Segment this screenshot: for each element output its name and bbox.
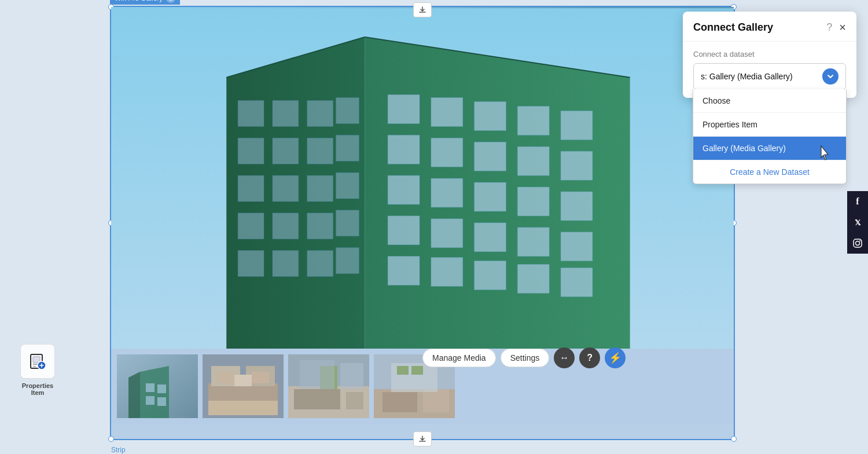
- svg-rect-32: [238, 138, 264, 164]
- svg-rect-5: [475, 102, 506, 131]
- social-icons: f 𝕏: [847, 191, 868, 254]
- svg-rect-9: [431, 138, 463, 167]
- panel-close-icon[interactable]: ×: [839, 21, 846, 34]
- svg-rect-15: [475, 182, 506, 211]
- svg-rect-27: [561, 268, 593, 297]
- svg-rect-37: [273, 175, 299, 202]
- svg-rect-10: [475, 142, 506, 171]
- dropdown-item-properties[interactable]: Properties Item: [693, 113, 846, 136]
- connect-dataset-label: Connect a dataset: [693, 50, 846, 58]
- left-panel: Properties Item: [17, 344, 58, 396]
- svg-rect-64: [208, 401, 278, 415]
- svg-rect-41: [273, 213, 299, 239]
- svg-rect-63: [234, 375, 252, 386]
- arrow-icon-button[interactable]: ↔: [554, 347, 575, 368]
- svg-rect-19: [431, 219, 463, 248]
- svg-rect-28: [238, 101, 264, 127]
- svg-rect-78: [411, 366, 423, 375]
- dropdown-item-choose[interactable]: Choose: [693, 89, 846, 112]
- svg-rect-62: [252, 372, 269, 383]
- svg-rect-40: [238, 213, 264, 239]
- svg-rect-3: [388, 95, 420, 124]
- gallery-close-button[interactable]: 2: [166, 0, 175, 3]
- svg-point-86: [859, 240, 860, 241]
- twitter-icon[interactable]: 𝕏: [847, 212, 868, 233]
- gallery-toolbar: Manage Media Settings ↔ ? ⚡: [422, 347, 626, 368]
- facebook-icon[interactable]: f: [847, 191, 868, 212]
- connect-gallery-panel: Connect Gallery ? × Connect a dataset s:…: [683, 12, 856, 98]
- main-gallery-image: [111, 7, 734, 349]
- svg-rect-53: [146, 383, 155, 392]
- svg-rect-77: [397, 366, 409, 375]
- svg-rect-81: [33, 364, 38, 365]
- svg-rect-21: [517, 228, 549, 257]
- dropdown-menu: Choose Properties Item Gallery (Media Ga…: [693, 89, 847, 184]
- download-bottom-button[interactable]: [413, 431, 432, 446]
- svg-rect-36: [238, 175, 264, 202]
- panel-header-icons: ? ×: [826, 21, 846, 34]
- svg-rect-70: [300, 360, 334, 389]
- panel-help-icon[interactable]: ?: [826, 21, 832, 34]
- chevron-down-icon[interactable]: [822, 68, 838, 85]
- svg-rect-42: [307, 213, 333, 239]
- arrow-icon: ↔: [560, 353, 569, 363]
- panel-header: Connect Gallery ? ×: [683, 12, 856, 42]
- thumb-1[interactable]: [117, 354, 198, 418]
- download-top-button[interactable]: [413, 2, 432, 17]
- connect-icon-button[interactable]: ⚡: [605, 347, 626, 368]
- svg-rect-55: [146, 396, 155, 405]
- svg-rect-4: [431, 98, 463, 127]
- svg-rect-56: [157, 397, 166, 406]
- svg-rect-61: [217, 372, 234, 383]
- gallery-label-text: Wix Pro Gallery: [115, 0, 163, 2]
- svg-rect-33: [273, 138, 299, 164]
- svg-rect-14: [431, 178, 463, 207]
- svg-rect-7: [561, 111, 593, 140]
- svg-rect-47: [336, 248, 359, 274]
- svg-rect-35: [336, 135, 359, 161]
- svg-rect-68: [346, 392, 363, 409]
- settings-button[interactable]: Settings: [501, 349, 550, 367]
- svg-rect-67: [294, 389, 340, 409]
- properties-item-icon[interactable]: [20, 344, 55, 379]
- thumb-2[interactable]: [203, 354, 284, 418]
- svg-rect-29: [273, 101, 299, 127]
- instagram-icon[interactable]: [847, 233, 868, 254]
- gallery-widget-label: Wix Pro Gallery 2: [110, 0, 180, 5]
- thumb-3[interactable]: [288, 354, 369, 418]
- handle-bottom-right[interactable]: [731, 436, 737, 442]
- svg-rect-71: [340, 363, 363, 389]
- svg-rect-74: [382, 392, 417, 412]
- svg-rect-25: [475, 261, 506, 290]
- svg-rect-23: [388, 257, 420, 285]
- panel-body: Connect a dataset s: Gallery (Media Gall…: [683, 42, 856, 98]
- svg-rect-75: [423, 389, 449, 412]
- svg-rect-17: [561, 192, 593, 221]
- svg-rect-16: [517, 187, 549, 216]
- manage-media-button[interactable]: Manage Media: [422, 349, 496, 367]
- dropdown-create-dataset[interactable]: Create a New Dataset: [693, 160, 846, 184]
- help-icon-button[interactable]: ?: [579, 347, 600, 368]
- panel-title: Connect Gallery: [693, 21, 773, 34]
- properties-item-label: Properties Item: [17, 382, 58, 396]
- dataset-selector-text: s: Gallery (Media Gallery): [701, 72, 793, 81]
- svg-rect-44: [238, 251, 264, 277]
- gallery-strip: Wix Pro Gallery 2: [110, 6, 735, 440]
- connect-icon: ⚡: [609, 352, 621, 364]
- handle-bottom-left[interactable]: [108, 436, 114, 442]
- svg-marker-52: [128, 372, 140, 418]
- svg-rect-82: [33, 366, 36, 367]
- question-icon: ?: [587, 353, 593, 363]
- dropdown-item-gallery[interactable]: Gallery (Media Gallery): [693, 137, 846, 160]
- strip-label: Strip: [111, 446, 126, 454]
- svg-rect-11: [517, 147, 549, 175]
- svg-rect-46: [307, 251, 333, 277]
- svg-rect-8: [388, 135, 420, 164]
- svg-rect-31: [336, 98, 359, 124]
- svg-rect-39: [336, 173, 359, 199]
- dataset-selector[interactable]: s: Gallery (Media Gallery) Choose Proper…: [693, 63, 846, 90]
- svg-rect-84: [854, 239, 862, 247]
- svg-rect-18: [388, 216, 420, 245]
- svg-rect-38: [307, 175, 333, 202]
- svg-rect-80: [33, 357, 40, 363]
